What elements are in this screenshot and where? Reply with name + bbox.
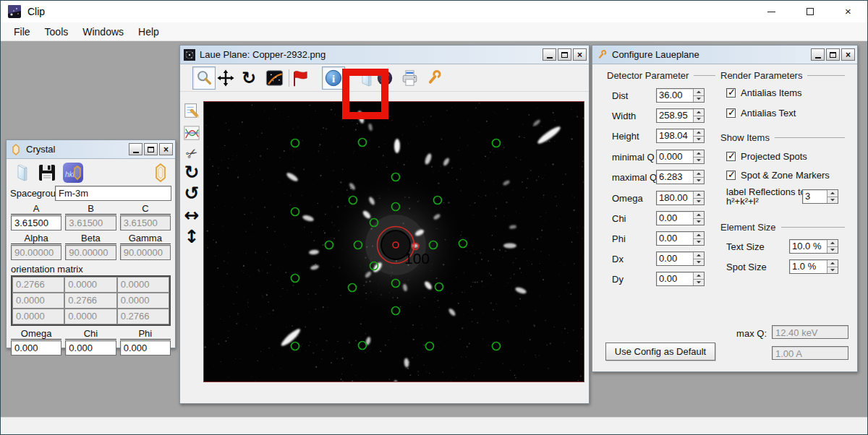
matrix-cell: 0.0000 (64, 277, 116, 293)
laue-image-icon (265, 69, 284, 87)
cut-tool[interactable]: ✂ (182, 144, 201, 163)
cell-c-header: C (120, 203, 171, 215)
text-size-spinbox[interactable]: 10.0 % (789, 239, 838, 254)
beta-input: 90.00000 (65, 245, 116, 260)
menu-windows[interactable]: Windows (75, 26, 131, 38)
phi-spinbox[interactable]: 0.00 (656, 231, 705, 246)
app-title: Clip (27, 6, 45, 17)
crystal-icon (10, 144, 22, 155)
alpha-header: Alpha (11, 233, 61, 244)
rotate-ccw-tool[interactable]: ↺ (182, 184, 201, 202)
crystal-title: Crystal (22, 144, 127, 155)
dist-spinbox[interactable]: 36.00 (656, 88, 705, 103)
menu-help[interactable]: Help (131, 26, 166, 38)
laue-maximize-button[interactable] (558, 48, 571, 61)
rotate-cw-icon: ↻ (242, 68, 256, 88)
max-q-kev-field: 12.40 keV (772, 325, 848, 339)
hkl-reflection-icon[interactable]: hkl (62, 162, 84, 184)
height-spinbox[interactable]: 198.04 (656, 129, 705, 143)
dist-label: Dist (612, 90, 628, 101)
crystal-close-button[interactable]: × (159, 143, 173, 155)
spacegroup-input[interactable]: Fm-3m (55, 186, 171, 201)
vertical-arrows-icon: ↕ (184, 226, 200, 247)
checkbox-checked (726, 88, 736, 98)
element-size-header: Element Size (720, 222, 776, 233)
cell-b-header: B (65, 203, 116, 215)
ruler-note-tool[interactable] (182, 101, 201, 120)
flag-icon (290, 69, 310, 87)
phi-input[interactable]: 0.000 (120, 340, 171, 356)
crystal-titlebar[interactable]: Crystal × (7, 140, 175, 159)
rotate-tool-button[interactable]: ↻ (239, 68, 259, 88)
matrix-cell: 0.0000 (12, 309, 64, 324)
main-maximize-button[interactable] (791, 1, 829, 22)
spot-size-spinbox[interactable]: 1.0 % (789, 259, 838, 274)
minimize-icon (815, 57, 821, 59)
zone-curves-icon (183, 125, 200, 141)
chi-input[interactable]: 0.000 (65, 340, 116, 356)
menu-tools[interactable]: Tools (38, 26, 76, 38)
laue-close-button[interactable]: × (573, 48, 587, 61)
checkbox-checked (726, 108, 736, 118)
rotate-cw-tool[interactable]: ↻ (182, 163, 201, 181)
use-config-default-button[interactable]: Use Config as Default (605, 343, 715, 361)
configure-titlebar[interactable]: Configure Laueplane × (592, 46, 857, 64)
maximize-icon (561, 52, 568, 58)
laue-titlebar[interactable]: Laue Plane: Copper-2932.png × (180, 46, 589, 64)
pan-tool-button[interactable] (216, 68, 236, 88)
text-size-label: Text Size (726, 241, 765, 252)
load-plane-icon[interactable] (12, 163, 32, 183)
image-settings-button[interactable] (264, 68, 284, 88)
matrix-cell: 0.2766 (12, 277, 64, 293)
width-label: Width (612, 111, 636, 121)
config-button[interactable] (423, 68, 443, 88)
zoom-tool-button[interactable] (192, 66, 216, 90)
print-button[interactable] (399, 68, 420, 88)
crystal-maximize-button[interactable] (144, 143, 158, 155)
omega-header: Omega (11, 328, 61, 340)
flag-tool-button[interactable] (289, 68, 310, 88)
configure-maximize-button[interactable] (826, 48, 840, 61)
dx-spinbox[interactable]: 0.00 (656, 251, 705, 266)
minimal-q-spinbox[interactable]: 0.000 (656, 150, 705, 164)
laue-minimize-button[interactable] (542, 48, 556, 61)
cell-a-input[interactable]: 3.61500 (11, 215, 61, 231)
antialias-text-checkbox[interactable]: Antialias Text (726, 108, 796, 119)
laue-diffraction-image[interactable]: 100 (203, 101, 584, 382)
menu-bar: File Tools Windows Help (1, 22, 867, 41)
zone-lines-tool[interactable] (182, 124, 201, 142)
chi-header: Chi (65, 328, 116, 340)
checkbox-checked (726, 171, 736, 180)
main-minimize-button[interactable] (752, 1, 791, 22)
configure-minimize-button[interactable] (811, 48, 825, 61)
main-titlebar[interactable]: Clip × (1, 1, 867, 22)
main-close-button[interactable]: × (829, 1, 867, 22)
configure-close-button[interactable]: × (841, 48, 855, 61)
laue-side-toolbar: ✂ ↻ ↺ ↔ ↕ (180, 92, 203, 403)
width-spinbox[interactable]: 258.95 (656, 108, 705, 123)
projected-spots-checkbox[interactable]: Projected Spots (726, 151, 807, 162)
move-arrows-icon (216, 69, 235, 87)
spot-zone-markers-checkbox[interactable]: Spot & Zone Markers (726, 170, 830, 181)
reflections-spinbox[interactable]: 3 (802, 189, 838, 204)
omega-spinbox[interactable]: 180.00 (656, 191, 705, 205)
cell-a-header: A (11, 203, 61, 215)
maximal-q-spinbox[interactable]: 6.283 (656, 170, 705, 184)
configure-laueplane-window: Configure Laueplane × Detector Parameter… (592, 45, 858, 372)
flip-vertical-tool[interactable]: ↕ (182, 227, 201, 246)
chi-spinbox[interactable]: 0.00 (656, 211, 705, 225)
omega-input[interactable]: 0.000 (11, 340, 61, 356)
crystal-minimize-button[interactable] (129, 143, 142, 155)
dy-spinbox[interactable]: 0.00 (656, 272, 705, 286)
save-icon[interactable] (37, 163, 57, 183)
minimize-icon (767, 12, 775, 12)
reflection-label-100: 100 (404, 250, 430, 267)
antialias-items-checkbox[interactable]: Antialias Items (726, 87, 802, 98)
flip-horizontal-tool[interactable]: ↔ (182, 205, 201, 224)
mdi-workspace: Crystal × hkl (1, 41, 867, 417)
rotate-cw-icon: ↻ (184, 162, 200, 183)
max-q-label: max Q: (719, 328, 767, 339)
crystal-outline-icon (151, 163, 170, 183)
menu-file[interactable]: File (7, 26, 38, 38)
laue-plane-window: Laue Plane: Copper-2932.png × (179, 45, 590, 404)
